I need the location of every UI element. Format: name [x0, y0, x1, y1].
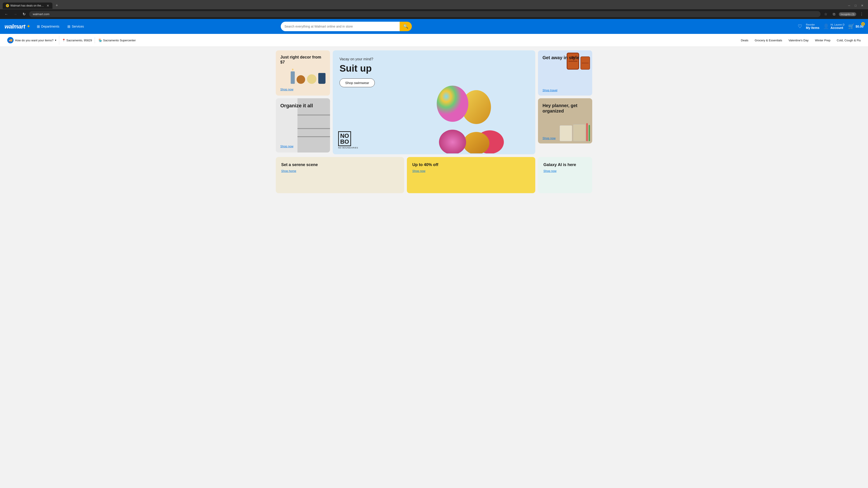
nobo-brand-logo: NO BO NO BOUNDARIES	[338, 131, 358, 149]
active-tab[interactable]: ★ Walmart has deals on the most... ✕	[3, 2, 53, 9]
hero-banner[interactable]: Vacay on your mind? Suit up Shop swimwea…	[333, 51, 535, 154]
planner-visual	[560, 123, 590, 141]
sub-nav-cold[interactable]: Cold, Cough & Flu	[834, 37, 864, 43]
search-input[interactable]	[281, 22, 400, 31]
forward-button[interactable]: →	[12, 11, 19, 17]
right-column: Get away in style Shop travel Hey plann	[538, 51, 592, 154]
bookmark-button[interactable]: ☆	[822, 11, 829, 17]
organizer-shop-link[interactable]: Shop now	[280, 144, 326, 148]
discount-shop-link[interactable]: Shop now	[412, 169, 530, 173]
window-minimize-button[interactable]: ─	[846, 3, 852, 8]
walmart-logo-text: walmart	[4, 23, 25, 30]
notebook-2	[573, 124, 585, 141]
decor-sphere2-item	[307, 74, 316, 84]
main-content: Just right decor from $7 Shop now	[271, 47, 597, 197]
cart-count-badge: 0	[861, 22, 865, 26]
url-text: walmart.com	[33, 12, 50, 16]
planner-promo-title: Hey planner, get organized	[542, 103, 588, 113]
hero-visual	[404, 51, 535, 154]
sub-nav-links: Deals Grocery & Essentials Valentine's D…	[738, 37, 864, 43]
new-tab-button[interactable]: +	[53, 2, 60, 9]
planner-card-content: Hey planner, get organized	[542, 103, 588, 113]
delivery-selector[interactable]: 🚚 How do you want your items? ▾	[4, 36, 59, 45]
galaxy-shop-link[interactable]: Shop now	[544, 169, 587, 173]
address-bar[interactable]: walmart.com	[29, 11, 820, 17]
reorder-label: Reorder	[806, 23, 819, 26]
sub-nav-deals[interactable]: Deals	[738, 37, 751, 43]
departments-nav[interactable]: ⊞ Departments	[35, 23, 61, 30]
services-nav[interactable]: ⊞ Services	[66, 23, 86, 30]
tab-title: Walmart has deals on the most...	[10, 4, 44, 7]
tab-favicon: ★	[6, 4, 9, 7]
account-greeting: Hi, Lauren D	[831, 23, 844, 26]
services-icon: ⊞	[67, 24, 70, 29]
home-shop-link[interactable]: Shop home	[281, 169, 399, 173]
search-wrapper: 🔍	[281, 22, 412, 31]
my-items-button[interactable]: Reorder My Items	[806, 23, 819, 30]
galaxy-promo-title: Galaxy AI is here	[544, 162, 587, 167]
delivery-chevron-icon: ▾	[55, 39, 56, 42]
decor-shop-link[interactable]: Shop now	[280, 88, 326, 91]
location-pin-icon: 📍	[62, 39, 66, 42]
services-label: Services	[72, 25, 84, 28]
discount-promo-title: Up to 40% off	[412, 162, 530, 167]
window-maximize-button[interactable]: □	[853, 3, 858, 8]
svg-point-1	[439, 130, 466, 153]
pen-2	[589, 125, 590, 141]
store-text: Sacramento Supercenter	[103, 39, 136, 42]
walmart-spark-icon: ✦	[26, 24, 31, 29]
walmart-logo[interactable]: walmart ✦	[4, 23, 31, 30]
home-promo-card[interactable]: Set a serene scene Shop home	[276, 157, 404, 193]
decor-sphere-item	[297, 75, 305, 84]
planner-shop-link[interactable]: Shop now	[542, 136, 556, 140]
travel-promo-title: Get away in style	[542, 55, 588, 60]
user-icon: 👤	[823, 24, 829, 29]
discount-promo-card[interactable]: Up to 40% off Shop now	[407, 157, 535, 193]
bottom-promo-row: Set a serene scene Shop home Up to 40% o…	[276, 157, 592, 193]
notebook-1	[560, 125, 572, 141]
account-label: Account	[831, 26, 844, 30]
wishlist-button[interactable]: ♡	[798, 24, 802, 29]
sub-nav-valentines[interactable]: Valentine's Day	[786, 37, 811, 43]
decor-card-content: Just right decor from $7 Shop now	[276, 51, 330, 96]
account-text: Hi, Lauren D Account	[831, 23, 844, 30]
brand-text2: BO	[340, 138, 349, 145]
tab-bar: ★ Walmart has deals on the most... ✕ + ─…	[0, 0, 868, 9]
window-close-button[interactable]: ✕	[859, 3, 865, 8]
heart-icon: ♡	[798, 24, 802, 29]
location-selector[interactable]: 📍 Sacramento, 95829	[59, 37, 95, 43]
walmart-header: walmart ✦ ⊞ Departments ⊞ Services 🔍 ♡ R…	[0, 19, 868, 34]
store-selector[interactable]: 🏪 Sacramento Supercenter	[95, 37, 140, 43]
departments-icon: ⊞	[37, 24, 40, 29]
svg-point-0	[437, 86, 468, 122]
back-button[interactable]: ←	[3, 11, 10, 17]
cart-button[interactable]: 🛒 0 $0.00	[848, 24, 864, 29]
my-items-text: Reorder My Items	[806, 23, 819, 30]
sub-nav-winter[interactable]: Winter Prep	[812, 37, 833, 43]
shop-swimwear-button[interactable]: Shop swimwear	[340, 78, 375, 87]
cart-icon: 🛒	[848, 24, 854, 29]
planner-promo-card[interactable]: Hey planner, get organized Shop now	[538, 98, 592, 143]
promo-grid: Just right decor from $7 Shop now	[276, 51, 592, 154]
sub-nav-grocery[interactable]: Grocery & Essentials	[752, 37, 785, 43]
organizer-promo-card[interactable]: Organize it all Shop now	[276, 98, 330, 153]
brand-sub-text: NO BOUNDARIES	[338, 147, 358, 149]
split-view-button[interactable]: ⧉	[831, 11, 837, 17]
account-button[interactable]: 👤 Hi, Lauren D Account	[823, 23, 844, 30]
decor-jar-item	[318, 73, 326, 84]
travel-promo-card[interactable]: Get away in style Shop travel	[538, 51, 592, 96]
organizer-promo-title: Organize it all	[280, 103, 326, 109]
refresh-button[interactable]: ↻	[21, 11, 27, 17]
travel-shop-link[interactable]: Shop travel	[542, 89, 557, 92]
browser-menu-button[interactable]: ⋮	[858, 11, 865, 17]
browser-chrome: ★ Walmart has deals on the most... ✕ + ─…	[0, 0, 868, 19]
galaxy-promo-card[interactable]: Galaxy AI is here Shop now	[538, 157, 592, 193]
departments-label: Departments	[41, 25, 59, 28]
incognito-badge[interactable]: Incognito (3)	[839, 12, 856, 16]
decor-promo-card[interactable]: Just right decor from $7 Shop now	[276, 51, 330, 96]
sub-navigation: 🚚 How do you want your items? ▾ 📍 Sacram…	[0, 34, 868, 47]
tab-close-button[interactable]: ✕	[46, 4, 49, 7]
search-button[interactable]: 🔍	[400, 22, 412, 31]
toolbar-icons: ☆ ⧉ Incognito (3) ⋮	[822, 11, 865, 17]
delivery-icon: 🚚	[7, 37, 13, 43]
